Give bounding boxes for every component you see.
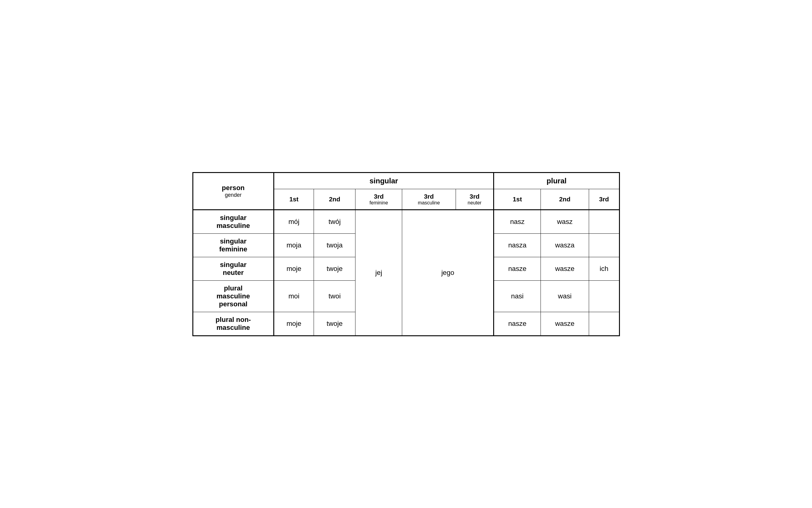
row-label-singular-feminine: singular feminine [219, 238, 247, 253]
col-1st-singular-label: 1st [289, 196, 298, 203]
cell-2nd-plural-masc-personal-pl: wasi [541, 281, 589, 312]
cell-2nd-plural-masc-personal: twoi [314, 281, 355, 312]
col-3rd-masculine: 3rd masculine [402, 189, 456, 210]
cell-2nd-plural-masculine: wasz [541, 210, 589, 234]
col-1st-plural-label: 1st [513, 196, 522, 203]
col-3rd-neuter-label: 3rd [470, 193, 479, 200]
col-3rd-plural-label: 3rd [599, 196, 609, 203]
cell-1st-singular-masculine: mój [274, 210, 314, 234]
cell-2nd-plural-feminine: wasza [541, 234, 589, 257]
col-3rd-feminine-sub: feminine [358, 200, 399, 206]
cell-2nd-singular-feminine: twoja [314, 234, 355, 257]
row-header-plural-masculine-personal: plural masculine personal [193, 281, 274, 312]
col-1st-plural: 1st [494, 189, 541, 210]
cell-2nd-singular-neuter: twoje [314, 257, 355, 281]
row-label-plural-masculine-personal: plural masculine personal [217, 284, 250, 308]
row-label-plural-non-masculine: plural non- masculine [216, 316, 251, 331]
row-singular-masculine: singular masculine mój twój jej jego nas… [193, 210, 619, 234]
col-1st-singular: 1st [274, 189, 314, 210]
cell-1st-plural-non-masc-pl: nasze [494, 312, 541, 336]
possessive-pronouns-table: person gender singular plural 1st 2nd 3r… [192, 172, 620, 336]
gender-label: gender [196, 192, 271, 198]
row-header-singular-neuter: singular neuter [193, 257, 274, 281]
col-3rd-masculine-label: 3rd [424, 193, 434, 200]
cell-3rd-plural-masc-personal-pl [589, 281, 619, 312]
col-2nd-singular: 2nd [314, 189, 355, 210]
col-2nd-plural-label: 2nd [559, 196, 571, 203]
cell-1st-plural-neuter: nasze [494, 257, 541, 281]
top-header-row: person gender singular plural [193, 172, 619, 189]
row-header-singular-feminine: singular feminine [193, 234, 274, 257]
col-3rd-feminine-label: 3rd [374, 193, 384, 200]
row-label-singular-neuter: singular neuter [220, 261, 246, 277]
cell-1st-plural-masc-personal-pl: nasi [494, 281, 541, 312]
cell-1st-plural-masc-personal: moi [274, 281, 314, 312]
cell-3rd-plural-non-masc-pl [589, 312, 619, 336]
table-container: person gender singular plural 1st 2nd 3r… [192, 172, 620, 336]
cell-3rd-plural-masculine [589, 210, 619, 234]
row-header-plural-non-masculine: plural non- masculine [193, 312, 274, 336]
row-header-singular-masculine: singular masculine [193, 210, 274, 234]
cell-2nd-plural-non-masc-pl: wasze [541, 312, 589, 336]
plural-header: plural [494, 172, 619, 189]
cell-1st-singular-feminine: moja [274, 234, 314, 257]
person-label: person [222, 184, 244, 192]
singular-header: singular [274, 172, 494, 189]
col-3rd-masculine-sub: masculine [404, 200, 453, 206]
cell-3rd-plural-feminine [589, 234, 619, 257]
col-3rd-neuter: 3rd neuter [456, 189, 494, 210]
col-3rd-plural: 3rd [589, 189, 619, 210]
cell-jej: jej [355, 210, 402, 336]
cell-3rd-plural-neuter: ich [589, 257, 619, 281]
col-3rd-neuter-sub: neuter [458, 200, 491, 206]
cell-1st-plural-non-masc: moje [274, 312, 314, 336]
col-3rd-feminine: 3rd feminine [355, 189, 402, 210]
cell-jego: jego [402, 210, 494, 336]
col-2nd-plural: 2nd [541, 189, 589, 210]
cell-2nd-plural-non-masc: twoje [314, 312, 355, 336]
col-2nd-singular-label: 2nd [329, 196, 340, 203]
row-label-singular-masculine: singular masculine [217, 214, 250, 229]
cell-2nd-plural-neuter: wasze [541, 257, 589, 281]
cell-1st-plural-masculine: nasz [494, 210, 541, 234]
cell-2nd-singular-masculine: twój [314, 210, 355, 234]
cell-1st-singular-neuter: moje [274, 257, 314, 281]
person-gender-header: person gender [193, 172, 274, 210]
cell-1st-plural-feminine: nasza [494, 234, 541, 257]
